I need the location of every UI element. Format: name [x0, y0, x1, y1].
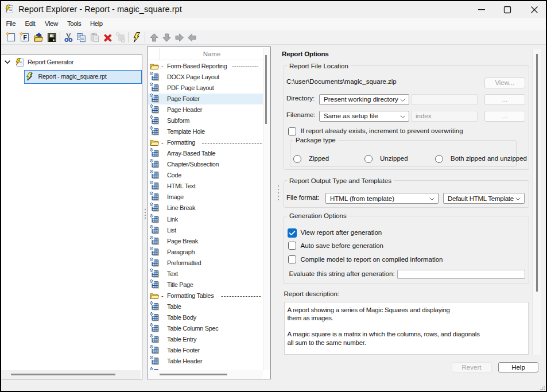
svg-text:F: F: [23, 34, 27, 41]
